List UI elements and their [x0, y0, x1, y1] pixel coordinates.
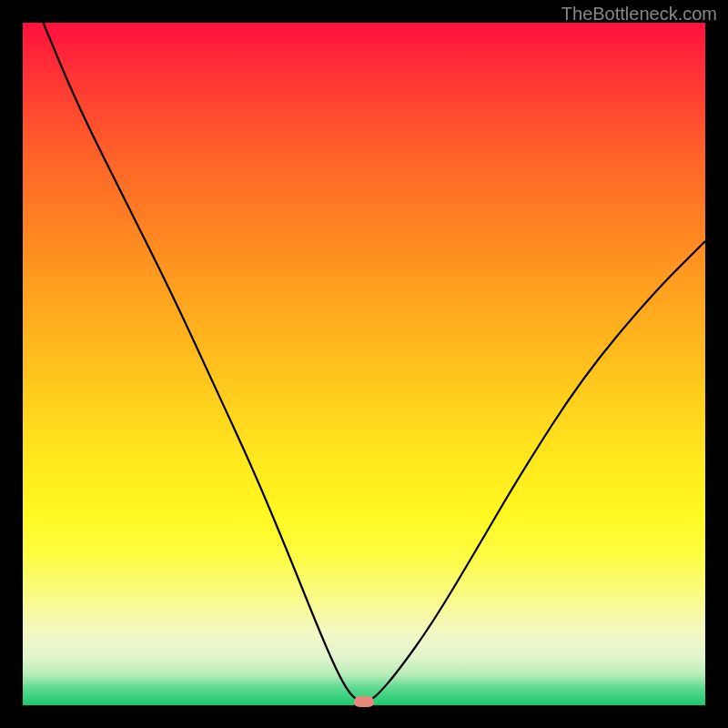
bottleneck-curve-path	[44, 23, 706, 702]
minimum-marker	[354, 696, 374, 707]
chart-container: TheBottleneck.com	[0, 0, 728, 728]
plot-area	[23, 23, 705, 705]
watermark-text: TheBottleneck.com	[561, 4, 717, 25]
curve-svg	[23, 23, 705, 705]
